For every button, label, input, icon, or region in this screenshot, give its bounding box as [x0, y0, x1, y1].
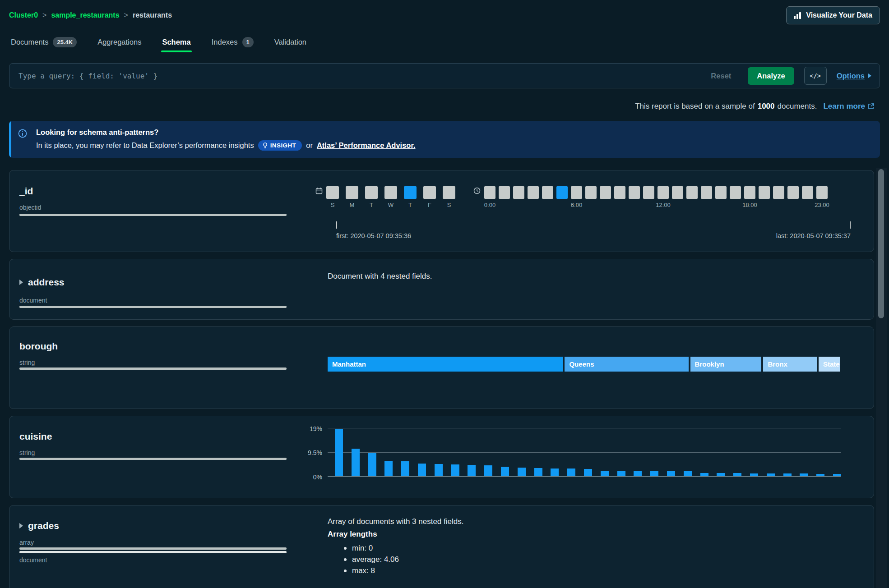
hour-box[interactable] — [657, 186, 669, 199]
cuisine-bar[interactable] — [584, 469, 592, 476]
weekday-box[interactable] — [384, 186, 397, 199]
tab-badge: 25.4K — [53, 37, 77, 47]
hour-box[interactable] — [715, 186, 727, 199]
hour-box[interactable] — [759, 186, 770, 199]
hour-box[interactable] — [542, 186, 553, 199]
hour-box[interactable] — [600, 186, 611, 199]
tab-label: Indexes — [212, 38, 238, 46]
hour-box[interactable] — [730, 186, 741, 199]
cuisine-bar[interactable] — [800, 473, 808, 476]
cuisine-bar[interactable] — [833, 474, 841, 476]
tab-indexes[interactable]: Indexes1 — [211, 32, 255, 52]
cuisine-bar[interactable] — [634, 471, 642, 476]
weekday-labels: SMTWTFS — [326, 202, 455, 208]
code-toggle-button[interactable]: </> — [804, 67, 827, 85]
cuisine-bar[interactable] — [401, 461, 409, 476]
cuisine-bar[interactable] — [384, 461, 393, 476]
cuisine-bar[interactable] — [617, 471, 625, 476]
cuisine-bar[interactable] — [551, 469, 559, 476]
expand-caret-icon[interactable] — [19, 280, 23, 285]
cuisine-bar[interactable] — [601, 471, 609, 476]
hour-box[interactable] — [816, 186, 828, 199]
cuisine-bar[interactable] — [451, 464, 459, 476]
last-timestamp-label: last: 2020-05-07 09:35:37 — [776, 232, 851, 239]
hour-box[interactable] — [556, 186, 568, 199]
insight-badge-label: INSIGHT — [270, 142, 296, 149]
cuisine-bar[interactable] — [335, 429, 343, 476]
hour-tick-label: 12:00 — [656, 202, 671, 208]
borough-segment[interactable]: Manhattan — [328, 357, 563, 372]
weekday-label: S — [443, 202, 455, 208]
performance-advisor-link[interactable]: Atlas’ Performance Advisor. — [317, 141, 416, 150]
tab-validation[interactable]: Validation — [273, 32, 307, 52]
analyze-button[interactable]: Analyze — [748, 67, 794, 85]
cuisine-bar[interactable] — [750, 473, 758, 476]
expand-caret-icon[interactable] — [19, 523, 23, 528]
cuisine-bar[interactable] — [816, 474, 824, 476]
array-lengths-title: Array lengths — [328, 530, 863, 539]
weekday-box[interactable] — [423, 186, 436, 199]
hour-box[interactable] — [787, 186, 799, 199]
cuisine-bar[interactable] — [700, 473, 708, 476]
hour-box[interactable] — [686, 186, 698, 199]
weekday-chart: SMTWTFS — [326, 186, 455, 208]
hour-box[interactable] — [513, 186, 524, 199]
breadcrumb-cluster[interactable]: Cluster0 — [9, 11, 38, 19]
cuisine-bar[interactable] — [650, 471, 658, 476]
schema-anti-patterns-banner: Looking for schema anti-patterns? In its… — [9, 121, 880, 158]
report-note-text: This report is based on a sample of — [635, 102, 755, 111]
hour-box[interactable] — [672, 186, 683, 199]
vertical-scrollbar-thumb[interactable] — [878, 169, 884, 318]
hour-box[interactable] — [614, 186, 625, 199]
tab-aggregations[interactable]: Aggregations — [97, 32, 142, 52]
cuisine-bar[interactable] — [534, 468, 542, 476]
cuisine-bar[interactable] — [518, 468, 526, 476]
hour-box[interactable] — [499, 186, 510, 199]
hour-box[interactable] — [701, 186, 712, 199]
cuisine-bar[interactable] — [783, 473, 792, 476]
cuisine-bar[interactable] — [352, 449, 360, 476]
hour-box[interactable] — [802, 186, 813, 199]
hour-box[interactable] — [571, 186, 582, 199]
cuisine-bar[interactable] — [418, 464, 426, 476]
cuisine-bar[interactable] — [484, 465, 492, 476]
hour-box[interactable] — [528, 186, 539, 199]
cuisine-bar[interactable] — [501, 467, 509, 476]
weekday-box[interactable] — [365, 186, 378, 199]
cuisine-bar[interactable] — [717, 473, 725, 476]
cuisine-bar[interactable] — [733, 473, 741, 476]
cuisine-bar[interactable] — [468, 465, 476, 476]
learn-more-link[interactable]: Learn more — [823, 102, 874, 111]
borough-segment[interactable]: Staten Island — [819, 357, 840, 372]
tab-documents[interactable]: Documents25.4K — [10, 32, 78, 52]
breadcrumb-separator: > — [124, 11, 128, 19]
cuisine-bar[interactable] — [684, 471, 692, 476]
tab-schema[interactable]: Schema — [161, 32, 191, 52]
hour-box[interactable] — [643, 186, 654, 199]
hour-box[interactable] — [773, 186, 784, 199]
weekday-box[interactable] — [326, 186, 339, 199]
hour-box[interactable] — [744, 186, 755, 199]
cuisine-bar[interactable] — [368, 453, 376, 476]
vertical-scrollbar-track[interactable] — [876, 168, 887, 588]
hour-box[interactable] — [629, 186, 640, 199]
hour-box[interactable] — [585, 186, 597, 199]
cuisine-bar[interactable] — [567, 469, 575, 476]
type-distribution-bar — [19, 547, 287, 550]
weekday-box[interactable] — [404, 186, 417, 199]
cuisine-bar[interactable] — [767, 473, 775, 476]
visualize-your-data-button[interactable]: Visualize Your Data — [786, 6, 880, 24]
borough-segment[interactable]: Brooklyn — [690, 357, 762, 372]
cuisine-bar[interactable] — [435, 464, 443, 476]
breadcrumb-database[interactable]: sample_restaurants — [51, 11, 119, 19]
options-toggle[interactable]: Options — [837, 72, 871, 80]
weekday-box[interactable] — [443, 186, 455, 199]
field-type-address: document — [19, 297, 328, 303]
borough-segment[interactable]: Queens — [565, 357, 688, 372]
query-input[interactable]: Type a query: { field: 'value' } — [19, 72, 694, 80]
hour-box[interactable] — [484, 186, 495, 199]
weekday-box[interactable] — [346, 186, 358, 199]
borough-segment[interactable]: Bronx — [763, 357, 817, 372]
reset-button[interactable]: Reset — [704, 68, 738, 84]
cuisine-bar[interactable] — [667, 471, 675, 476]
